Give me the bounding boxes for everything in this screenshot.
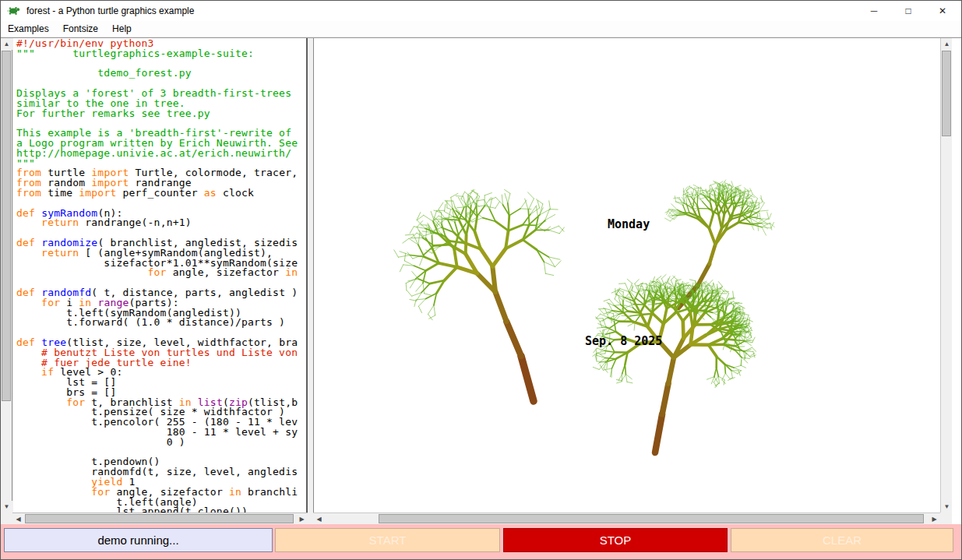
turtle-canvas[interactable]: Monday Sep. 8 2025 (313, 38, 940, 512)
code-line: http://homepage.univie.ac.at/erich.neuwi… (16, 149, 306, 159)
close-icon[interactable]: ✕ (925, 1, 960, 21)
right-margin (952, 38, 962, 525)
scroll-left-icon[interactable]: ◀ (313, 513, 325, 525)
scroll-right-icon[interactable]: ▶ (929, 513, 940, 525)
maximize-icon[interactable]: □ (891, 1, 925, 21)
window-title: forest - a Python turtle graphics exampl… (26, 5, 194, 16)
scroll-right-icon[interactable]: ▶ (296, 513, 308, 525)
code-line: t.forward( (1.0 * distance)/parts ) (16, 318, 306, 328)
canvas-text-date: Sep. 8 2025 (585, 334, 662, 348)
scroll-left-icon[interactable]: ◀ (12, 513, 24, 525)
stop-button[interactable]: STOP (503, 528, 728, 552)
editor-vscrollbar[interactable]: ▲ ▼ (1, 38, 12, 512)
bottom-bar: demo running... START STOP CLEAR (1, 524, 962, 560)
code-line: 0 ) (16, 438, 306, 448)
code-line: return randrange(-n,n+1) (16, 218, 306, 228)
canvas-text-monday: Monday (608, 217, 650, 231)
turtle-icon (7, 5, 21, 17)
turtle-canvas-svg (314, 38, 940, 512)
scroll-up-icon[interactable]: ▲ (1, 38, 12, 50)
app-window: forest - a Python turtle graphics exampl… (0, 0, 962, 560)
scrollbar-corner (1, 512, 12, 525)
canvas-hscrollbar[interactable]: ◀ ▶ (313, 512, 940, 525)
code-line: tdemo_forest.py (16, 69, 306, 79)
scroll-up-icon[interactable]: ▲ (941, 38, 953, 50)
minimize-icon[interactable]: ─ (857, 1, 891, 21)
window-controls: ─ □ ✕ (857, 1, 960, 21)
menu-help[interactable]: Help (105, 22, 139, 36)
editor-code-text[interactable]: #!/usr/bin/env python3""" turtlegraphics… (13, 38, 308, 512)
code-line: """ turtlegraphics-example-suite: (16, 49, 306, 59)
code-line: For further remarks see tree.py (16, 109, 306, 119)
editor-hscroll-thumb[interactable] (25, 514, 294, 523)
status-field: demo running... (4, 528, 273, 552)
canvas-vscroll-thumb[interactable] (942, 51, 951, 136)
titlebar: forest - a Python turtle graphics exampl… (1, 1, 961, 21)
editor-vscroll-thumb[interactable] (2, 51, 11, 401)
canvas-vscrollbar[interactable]: ▲ ▼ (940, 38, 952, 512)
editor-hscrollbar[interactable]: ◀ ▶ (12, 512, 308, 525)
code-line: from time import perf_counter as clock (16, 188, 306, 199)
start-button[interactable]: START (275, 528, 500, 552)
scroll-down-icon[interactable]: ▼ (1, 501, 12, 512)
main-area: ▲ ▼ #!/usr/bin/env python3""" turtlegrap… (1, 37, 962, 524)
scrollbar-corner (940, 512, 952, 525)
code-line: for angle, sizefactor in (16, 268, 306, 278)
canvas-hscroll-thumb[interactable] (379, 514, 924, 523)
menubar: Examples Fontsize Help (1, 21, 961, 37)
clear-button[interactable]: CLEAR (731, 528, 953, 552)
menu-examples[interactable]: Examples (1, 22, 56, 36)
menu-fontsize[interactable]: Fontsize (56, 22, 105, 36)
scroll-down-icon[interactable]: ▼ (941, 501, 953, 512)
